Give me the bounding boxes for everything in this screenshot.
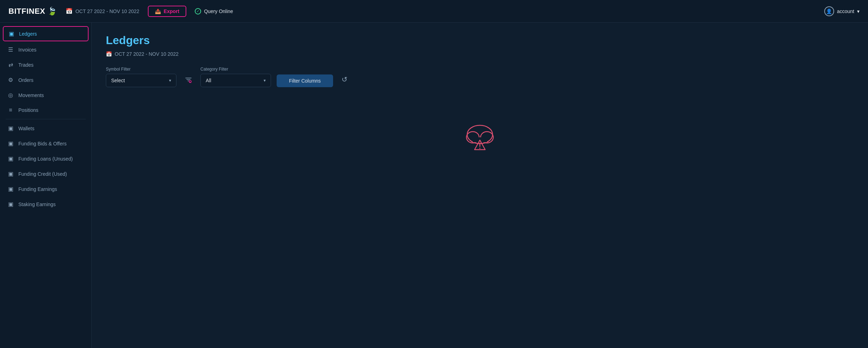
- movements-icon: ◎: [7, 92, 14, 98]
- filter-icon-button[interactable]: [182, 73, 195, 87]
- date-range-text: OCT 27 2022 - NOV 10 2022: [76, 8, 139, 14]
- sidebar-item-funding-earnings[interactable]: ▣ Funding Earnings: [0, 181, 91, 197]
- ledgers-icon: ▣: [8, 30, 15, 37]
- funding-loans-icon: ▣: [7, 155, 14, 162]
- sidebar-item-label: Funding Bids & Offers: [18, 141, 67, 146]
- symbol-filter-value: Select: [111, 78, 125, 83]
- symbol-filter-select[interactable]: Select ▾: [106, 74, 176, 87]
- funding-bids-icon: ▣: [7, 140, 14, 147]
- page-calendar-icon: 📅: [106, 51, 112, 57]
- main-content: Ledgers 📅 OCT 27 2022 - NOV 10 2022 Symb…: [92, 23, 868, 348]
- sidebar-item-funding-credit-used[interactable]: ▣ Funding Credit (Used): [0, 166, 91, 181]
- topnav: BITFINEX 🍃 📅 OCT 27 2022 - NOV 10 2022 📤…: [0, 0, 868, 23]
- funding-earnings-icon: ▣: [7, 186, 14, 192]
- sidebar-item-label: Staking Earnings: [18, 202, 56, 207]
- logo-leaf-icon: 🍃: [47, 7, 57, 16]
- filter-funnel-icon: [185, 77, 192, 84]
- cloud-warning-icon: [460, 120, 499, 155]
- sidebar-item-trades[interactable]: ⇄ Trades: [0, 57, 91, 72]
- logo-text: BITFINEX: [8, 7, 45, 16]
- svg-point-8: [480, 148, 481, 149]
- sidebar-item-label: Funding Loans (Unused): [18, 156, 73, 162]
- symbol-filter-label: Symbol Filter: [106, 67, 176, 72]
- sidebar-item-funding-loans-unused[interactable]: ▣ Funding Loans (Unused): [0, 151, 91, 166]
- sidebar-item-label: Ledgers: [19, 31, 37, 37]
- empty-state: [106, 98, 854, 176]
- orders-icon: ⚙: [7, 77, 14, 83]
- sidebar-item-label: Orders: [18, 77, 34, 83]
- sidebar-item-label: Wallets: [18, 126, 34, 131]
- export-icon: 📤: [155, 8, 161, 14]
- sidebar-item-label: Funding Credit (Used): [18, 171, 67, 177]
- query-online-label: Query Online: [204, 8, 233, 14]
- query-online-status: Query Online: [195, 8, 233, 14]
- app-logo: BITFINEX 🍃: [8, 7, 57, 16]
- trades-icon: ⇄: [7, 61, 14, 68]
- topnav-date-range: 📅 OCT 27 2022 - NOV 10 2022: [66, 8, 139, 14]
- positions-icon: ≡: [7, 107, 14, 113]
- refresh-icon: ↺: [342, 76, 348, 83]
- sidebar-item-positions[interactable]: ≡ Positions: [0, 103, 91, 118]
- account-chevron-icon: ▾: [857, 8, 860, 14]
- sidebar-item-label: Trades: [18, 62, 34, 68]
- invoices-icon: ☰: [7, 46, 14, 53]
- page-date-text: OCT 27 2022 - NOV 10 2022: [115, 51, 179, 57]
- sidebar-item-label: Movements: [18, 92, 44, 98]
- category-filter-value: All: [206, 78, 211, 83]
- account-menu[interactable]: 👤 account ▾: [824, 6, 860, 16]
- account-icon: 👤: [824, 6, 834, 16]
- category-filter-label: Category Filter: [200, 67, 271, 72]
- wallets-icon: ▣: [7, 125, 14, 132]
- sidebar-item-label: Positions: [18, 107, 38, 113]
- category-filter-select[interactable]: All ▾: [200, 74, 271, 87]
- calendar-icon: 📅: [66, 8, 73, 14]
- funding-credit-icon: ▣: [7, 170, 14, 177]
- sidebar-item-label: Invoices: [18, 47, 36, 53]
- sidebar-item-wallets[interactable]: ▣ Wallets: [0, 121, 91, 136]
- filters-row: Symbol Filter Select ▾ Category Filter A…: [106, 67, 854, 87]
- sidebar-item-funding-bids-offers[interactable]: ▣ Funding Bids & Offers: [0, 136, 91, 151]
- sidebar-item-staking-earnings[interactable]: ▣ Staking Earnings: [0, 197, 91, 212]
- sidebar-item-invoices[interactable]: ☰ Invoices: [0, 42, 91, 57]
- refresh-button[interactable]: ↺: [339, 72, 350, 87]
- page-date-range: 📅 OCT 27 2022 - NOV 10 2022: [106, 51, 854, 57]
- symbol-filter-group: Symbol Filter Select ▾: [106, 67, 176, 87]
- sidebar-item-movements[interactable]: ◎ Movements: [0, 88, 91, 103]
- category-filter-group: Category Filter All ▾: [200, 67, 271, 87]
- filter-columns-button[interactable]: Filter Columns: [277, 74, 333, 87]
- staking-earnings-icon: ▣: [7, 201, 14, 208]
- export-label: Export: [164, 8, 179, 14]
- symbol-filter-chevron-icon: ▾: [169, 78, 171, 83]
- page-title: Ledgers: [106, 34, 854, 47]
- category-filter-chevron-icon: ▾: [264, 78, 266, 83]
- sidebar-item-orders[interactable]: ⚙ Orders: [0, 72, 91, 88]
- sidebar-divider: [6, 119, 86, 119]
- sidebar: ▣ Ledgers ☰ Invoices ⇄ Trades ⚙ Orders ◎…: [0, 23, 92, 348]
- export-button[interactable]: 📤 Export: [148, 6, 186, 17]
- app-layout: ▣ Ledgers ☰ Invoices ⇄ Trades ⚙ Orders ◎…: [0, 23, 868, 348]
- query-online-icon: [195, 8, 201, 14]
- sidebar-item-ledgers[interactable]: ▣ Ledgers: [3, 26, 89, 41]
- sidebar-item-label: Funding Earnings: [18, 186, 57, 192]
- account-label: account: [837, 8, 854, 14]
